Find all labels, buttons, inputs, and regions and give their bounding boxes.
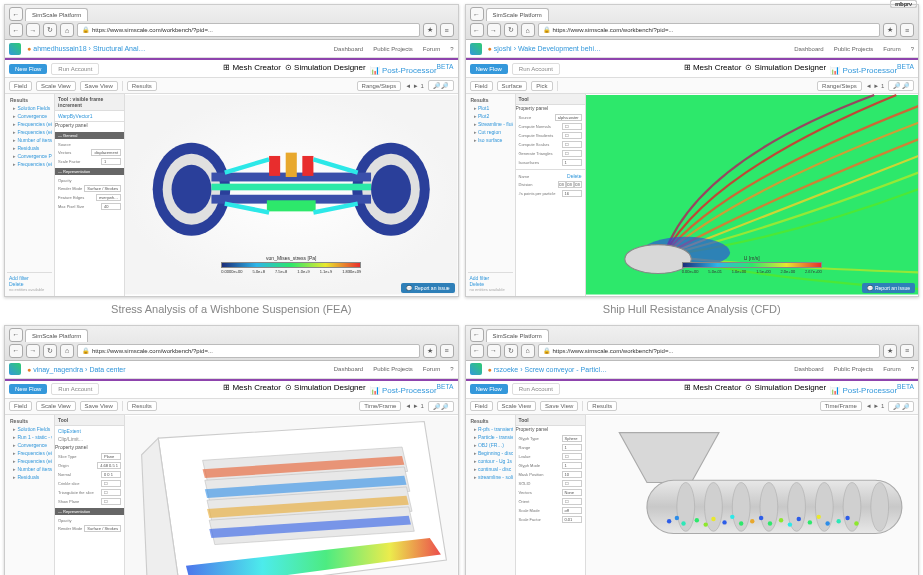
add-filter-link[interactable]: Add filter: [9, 275, 29, 281]
tb-save[interactable]: Save View: [80, 81, 118, 91]
nav-public[interactable]: Public Projects: [834, 366, 874, 372]
add-filter-link[interactable]: Add filter: [470, 275, 490, 281]
nav-forum[interactable]: Forum: [423, 46, 440, 52]
run-account-button[interactable]: Run Account: [51, 383, 99, 395]
tb-save[interactable]: Save View: [80, 401, 118, 411]
fwd-button[interactable]: →: [487, 344, 501, 358]
new-flow-button[interactable]: New Flow: [470, 64, 508, 74]
breadcrumb[interactable]: ● ahmedhussain18 › Structural Anal…: [27, 45, 328, 52]
nav-help[interactable]: ?: [450, 46, 453, 52]
back-button-2[interactable]: ←: [9, 344, 23, 358]
tab-post[interactable]: 📊 Post-ProcessorBETA: [830, 63, 914, 75]
delete-link[interactable]: Delete: [9, 281, 23, 287]
address-bar[interactable]: 🔒https://www.simscale.com/workbench/?pid…: [77, 23, 420, 37]
nav-forum[interactable]: Forum: [883, 366, 900, 372]
tb-field[interactable]: Field: [470, 401, 493, 411]
run-account-button[interactable]: Run Account: [512, 383, 560, 395]
tb-time[interactable]: Time/Frame: [820, 401, 862, 411]
report-issue-button[interactable]: 💬 Report an issue: [401, 283, 454, 293]
fwd-button[interactable]: →: [26, 23, 40, 37]
new-flow-button[interactable]: New Flow: [470, 384, 508, 394]
tab-mesh[interactable]: ⊞ Mesh Creator: [684, 63, 742, 75]
tb-results[interactable]: Results: [127, 401, 157, 411]
nav-dashboard[interactable]: Dashboard: [794, 46, 823, 52]
address-bar[interactable]: 🔒https://www.simscale.com/workbench/?pid…: [77, 344, 420, 358]
tab-sim[interactable]: ⊙ Simulation Designer: [285, 63, 366, 75]
reload-button[interactable]: ↻: [43, 344, 57, 358]
viewport[interactable]: T [K] 2.899e+02291.3293.3294.7296.52.978…: [125, 415, 458, 576]
tab-post[interactable]: 📊 Post-ProcessorBETA: [830, 383, 914, 395]
fwd-button[interactable]: →: [487, 23, 501, 37]
app-logo[interactable]: [9, 43, 21, 55]
tb-scale[interactable]: Scale View: [36, 81, 76, 91]
tb-scale[interactable]: Scale View: [36, 401, 76, 411]
viewport[interactable]: R1·Ra&om [d<1.15] 0.00e+000.30.771.151.5…: [586, 415, 919, 576]
menu-button[interactable]: ≡: [900, 344, 914, 358]
back-button-2[interactable]: ←: [470, 23, 484, 37]
nav-dashboard[interactable]: Dashboard: [334, 366, 363, 372]
menu-button[interactable]: ≡: [440, 23, 454, 37]
star-button[interactable]: ★: [423, 23, 437, 37]
report-issue-button[interactable]: 💬 Report an issue: [862, 283, 915, 293]
tab-mesh[interactable]: ⊞ Mesh Creator: [223, 383, 281, 395]
run-account-button[interactable]: Run Account: [512, 63, 560, 75]
tb-pick[interactable]: Pick: [531, 81, 552, 91]
nav-dashboard[interactable]: Dashboard: [334, 46, 363, 52]
star-button[interactable]: ★: [883, 23, 897, 37]
tab-post[interactable]: 📊 Post-ProcessorBETA: [370, 63, 454, 75]
tb-results[interactable]: Results: [587, 401, 617, 411]
tb-results[interactable]: Results: [127, 81, 157, 91]
tb-range[interactable]: Range/Steps: [357, 81, 402, 91]
reload-button[interactable]: ↻: [504, 344, 518, 358]
tb-time[interactable]: Time/Frame: [359, 401, 401, 411]
nav-help[interactable]: ?: [911, 46, 914, 52]
home-button[interactable]: ⌂: [521, 23, 535, 37]
home-button[interactable]: ⌂: [521, 344, 535, 358]
viewport[interactable]: U [m/s] 0.00e+005.0e-011.0e+001.5e+002.0…: [586, 94, 919, 296]
browser-tab[interactable]: SimScale Platform: [25, 329, 88, 342]
tab-sim[interactable]: ⊙ Simulation Designer: [285, 383, 366, 395]
home-button[interactable]: ⌂: [60, 344, 74, 358]
fwd-button[interactable]: →: [26, 344, 40, 358]
tb-surface[interactable]: Surface: [497, 81, 528, 91]
nav-public[interactable]: Public Projects: [834, 46, 874, 52]
app-logo[interactable]: [470, 363, 482, 375]
menu-button[interactable]: ≡: [440, 344, 454, 358]
browser-tab[interactable]: SimScale Platform: [25, 8, 88, 21]
delete-link[interactable]: Delete: [470, 281, 484, 287]
back-button[interactable]: ←: [9, 7, 23, 21]
star-button[interactable]: ★: [883, 344, 897, 358]
back-button[interactable]: ←: [9, 328, 23, 342]
run-account-button[interactable]: Run Account: [51, 63, 99, 75]
new-flow-button[interactable]: New Flow: [9, 64, 47, 74]
back-button-2[interactable]: ←: [9, 23, 23, 37]
nav-help[interactable]: ?: [450, 366, 453, 372]
tb-field[interactable]: Field: [9, 81, 32, 91]
nav-public[interactable]: Public Projects: [373, 46, 413, 52]
nav-help[interactable]: ?: [911, 366, 914, 372]
tb-field[interactable]: Field: [9, 401, 32, 411]
back-button-2[interactable]: ←: [470, 344, 484, 358]
app-logo[interactable]: [9, 363, 21, 375]
tb-save[interactable]: Save View: [540, 401, 578, 411]
tab-mesh[interactable]: ⊞ Mesh Creator: [684, 383, 742, 395]
reload-button[interactable]: ↻: [504, 23, 518, 37]
nav-public[interactable]: Public Projects: [373, 366, 413, 372]
address-bar[interactable]: 🔒https://www.simscale.com/workbench/?pid…: [538, 344, 881, 358]
reload-button[interactable]: ↻: [43, 23, 57, 37]
star-button[interactable]: ★: [423, 344, 437, 358]
tab-post[interactable]: 📊 Post-ProcessorBETA: [370, 383, 454, 395]
app-logo[interactable]: [470, 43, 482, 55]
tb-field[interactable]: Field: [470, 81, 493, 91]
browser-tab[interactable]: SimScale Platform: [486, 329, 549, 342]
breadcrumb[interactable]: ● sjoshi › Wake Development behi…: [488, 45, 789, 52]
tb-range[interactable]: Range/Steps: [817, 81, 862, 91]
nav-forum[interactable]: Forum: [423, 366, 440, 372]
new-flow-button[interactable]: New Flow: [9, 384, 47, 394]
back-button[interactable]: ←: [470, 7, 484, 21]
nav-forum[interactable]: Forum: [883, 46, 900, 52]
breadcrumb[interactable]: ● rszoeke › Screw conveyor - Particl…: [488, 366, 789, 373]
back-button[interactable]: ←: [470, 328, 484, 342]
menu-button[interactable]: ≡: [900, 23, 914, 37]
tab-mesh[interactable]: ⊞ Mesh Creator: [223, 63, 281, 75]
